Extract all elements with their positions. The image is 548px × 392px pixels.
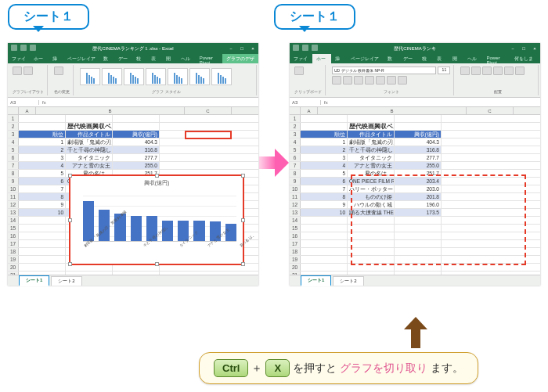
- formula-bar[interactable]: A3 fx: [8, 98, 258, 107]
- column-headers[interactable]: ABC: [8, 107, 258, 115]
- sheet-tab-2[interactable]: シート2: [333, 276, 363, 286]
- caption-accent: グラフを切り取り: [340, 361, 427, 376]
- tab-help[interactable]: ヘルプ: [463, 54, 482, 63]
- tab-view[interactable]: 表示: [147, 54, 162, 63]
- ribbon-group-layout[interactable]: グラフレイアウト: [9, 65, 48, 95]
- maximize-icon[interactable]: □: [518, 43, 529, 54]
- window-controls[interactable]: －□×: [225, 43, 258, 54]
- chart-x-labels: 劇場版「鬼滅の刃」無限列車編千と千尋の神隠しタイタニックアナと雪の女王君の名は。…: [83, 245, 236, 261]
- sheet-tabs[interactable]: シート1 シート2: [290, 275, 540, 286]
- ribbon-group-font[interactable]: UD デジタル 教科書体 NP-R 11 フォント: [329, 65, 454, 95]
- table-row[interactable]: 41劇場版「鬼滅の刃」無限列車編404.3: [290, 138, 540, 146]
- caption-text-2: ます。: [431, 361, 463, 376]
- tab-insert[interactable]: 挿入: [49, 54, 63, 63]
- tab-data[interactable]: データ: [114, 54, 133, 63]
- font-size-select[interactable]: 11: [438, 67, 450, 74]
- window-title: 歴代CINEMAランキング１.xlsx - Excel: [92, 46, 173, 51]
- tab-tell-me[interactable]: 何をしますか: [510, 54, 540, 63]
- tab-insert[interactable]: 挿入: [331, 54, 346, 63]
- ribbon-group-alignment[interactable]: 配置: [457, 65, 539, 95]
- ribbon-tabs[interactable]: ファイル ホーム 挿入 ページレイアウト 数式 データ 校閲 表示 開発 ヘルプ…: [290, 54, 540, 63]
- tab-powerpivot[interactable]: Power Pivot: [482, 54, 510, 63]
- title-bar: 歴代CINEMAランキング１.xlsx - Excel －□×: [8, 43, 258, 54]
- tab-help[interactable]: ヘルプ: [177, 54, 196, 63]
- table-row[interactable]: 74アナと雪の女王255.0: [290, 162, 540, 170]
- tab-page-layout[interactable]: ページレイアウト: [63, 54, 99, 63]
- column-headers[interactable]: ABC: [290, 107, 540, 115]
- chart-title: 興収(億円): [70, 176, 243, 187]
- col-title-header: 作品タイトル: [348, 131, 395, 138]
- excel-window-right: 歴代CINEMAランキ －□× ファイル ホーム 挿入 ページレイアウト 数式 …: [290, 43, 540, 286]
- ribbon-home: クリップボード UD デジタル 教科書体 NP-R 11 フォント 配置: [290, 63, 540, 98]
- minimize-icon[interactable]: －: [225, 43, 236, 54]
- tab-review[interactable]: 校閲: [132, 54, 147, 63]
- tab-home[interactable]: ホーム: [30, 54, 49, 63]
- table-row[interactable]: 52千と千尋の神隠し316.8: [290, 146, 540, 154]
- window-controls[interactable]: －□×: [507, 43, 540, 54]
- tab-formulas[interactable]: 数式: [99, 54, 114, 63]
- sheet-tabs[interactable]: シート1 シート2: [8, 275, 258, 286]
- key-x: X: [265, 359, 290, 377]
- maximize-icon[interactable]: □: [236, 43, 247, 54]
- ribbon-tabs[interactable]: ファイル ホーム 挿入 ページレイアウト 数式 データ 校閲 表示 開発 ヘルプ…: [8, 54, 258, 63]
- resize-handle-nw[interactable]: [68, 174, 72, 178]
- close-icon[interactable]: ×: [247, 43, 258, 54]
- formula-bar[interactable]: A3 fx: [290, 98, 540, 107]
- resize-handle-se[interactable]: [241, 262, 245, 266]
- tab-chart-design[interactable]: グラフのデザイン: [222, 54, 258, 63]
- close-icon[interactable]: ×: [529, 43, 540, 54]
- resize-handle-ne[interactable]: [241, 174, 245, 178]
- label-sheet-left: シート１: [8, 4, 89, 30]
- resize-handle-s[interactable]: [155, 262, 159, 266]
- ribbon-group-clipboard[interactable]: クリップボード: [291, 65, 326, 95]
- tab-formulas[interactable]: 数式: [384, 54, 398, 63]
- sheet-tab-1[interactable]: シート1: [301, 275, 331, 286]
- chart-style-gallery[interactable]: [80, 67, 253, 89]
- cut-selection-outline: [351, 174, 526, 265]
- fx-icon[interactable]: fx: [321, 100, 331, 105]
- sheet-tab-1[interactable]: シート1: [19, 275, 49, 286]
- arrow-up-icon: [404, 317, 427, 348]
- worksheet-grid[interactable]: ABC 12歴代映画興収ベスト１０3順位作品タイトル興収(億円)41劇場版「鬼滅…: [8, 107, 258, 275]
- arrow-right-icon: [259, 149, 289, 177]
- col-rank-header: 順位: [301, 131, 348, 138]
- ribbon-group-chart-styles[interactable]: グラフ スタイル: [77, 65, 257, 95]
- tab-file[interactable]: ファイル: [290, 54, 312, 63]
- worksheet-grid[interactable]: ABC 12歴代映画興収ベスト１０3順位作品タイトル興収(億円)41劇場版「鬼滅…: [290, 107, 540, 275]
- tab-powerpivot[interactable]: Power Pivot: [196, 54, 222, 63]
- sheet-title: 歴代映画興収ベスト１０: [348, 123, 395, 130]
- caption-text-1: を押すと: [293, 361, 337, 376]
- table-row[interactable]: 63タイタニック277.7: [8, 154, 258, 162]
- table-row[interactable]: 52千と千尋の神隠し316.8: [8, 146, 258, 154]
- tag-tail-right: [299, 26, 310, 32]
- minimize-icon[interactable]: －: [507, 43, 518, 54]
- name-box[interactable]: A3: [290, 100, 321, 105]
- table-row[interactable]: 74アナと雪の女王255.0: [8, 162, 258, 170]
- table-row[interactable]: 63タイタニック277.7: [290, 154, 540, 162]
- tab-developer[interactable]: 開発: [449, 54, 463, 63]
- embedded-chart[interactable]: 興収(億円) 劇場版「鬼滅の刃」無限列車編千と千尋の神隠しタイタニックアナと雪の…: [69, 174, 244, 265]
- tab-developer[interactable]: 開発: [162, 54, 177, 63]
- resize-handle-e[interactable]: [241, 218, 245, 222]
- resize-handle-sw[interactable]: [68, 262, 72, 266]
- ribbon-group-colors[interactable]: 色の変更: [51, 65, 74, 95]
- tab-review[interactable]: 校閲: [418, 54, 433, 63]
- sheet-tab-2[interactable]: シート2: [51, 276, 81, 286]
- quick-access-toolbar[interactable]: [293, 45, 318, 51]
- col-title-header: 作品タイトル: [66, 131, 113, 138]
- name-box[interactable]: A3: [8, 100, 39, 105]
- tab-page-layout[interactable]: ページレイアウト: [347, 54, 384, 63]
- tab-view[interactable]: 表示: [433, 54, 448, 63]
- fx-icon[interactable]: fx: [39, 100, 49, 105]
- tab-home[interactable]: ホーム: [312, 54, 331, 63]
- resize-handle-w[interactable]: [68, 218, 72, 222]
- tab-data[interactable]: データ: [399, 54, 418, 63]
- excel-window-left: 歴代CINEMAランキング１.xlsx - Excel －□× ファイル ホーム…: [8, 43, 258, 286]
- table-row[interactable]: 41劇場版「鬼滅の刃」無限列車編404.3: [8, 138, 258, 146]
- key-ctrl: Ctrl: [214, 359, 248, 377]
- font-name-select[interactable]: UD デジタル 教科書体 NP-R: [332, 67, 436, 74]
- resize-handle-n[interactable]: [155, 174, 159, 178]
- quick-access-toolbar[interactable]: [11, 45, 36, 51]
- tab-file[interactable]: ファイル: [8, 54, 30, 63]
- ribbon-chart-design: グラフレイアウト 色の変更 グラフ スタイル: [8, 63, 258, 98]
